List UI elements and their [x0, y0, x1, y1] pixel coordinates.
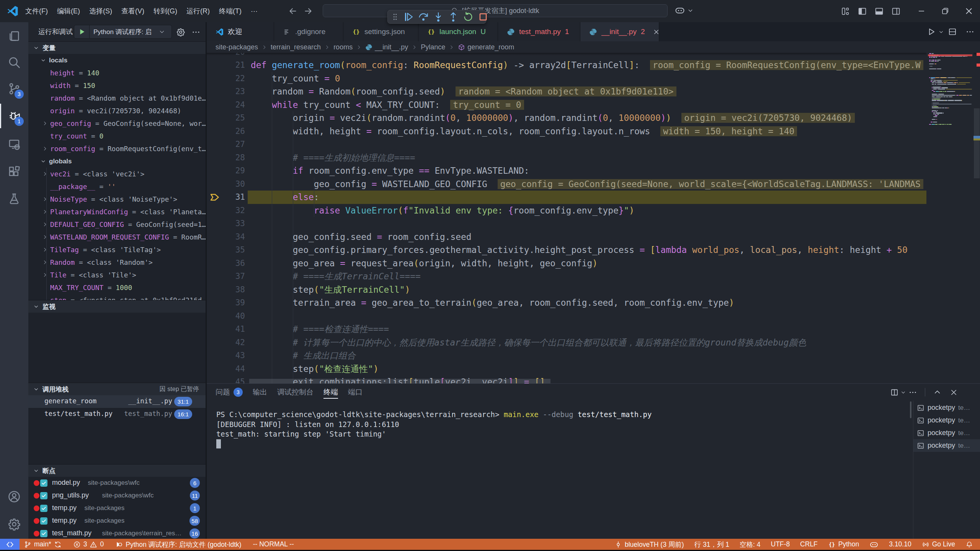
code-line-37[interactable]: 37 # ====生成TerrainCell==== — [207, 270, 926, 283]
checkbox-checked-icon[interactable] — [40, 492, 47, 499]
section-header-breakpoints[interactable]: 断点 — [28, 464, 206, 477]
variable-row[interactable]: TileTag = <class 'TileTag'> — [28, 243, 206, 256]
command-center[interactable]: [扩展开发宿主] godot-ldtk — [323, 4, 668, 17]
tab-test_math.py[interactable]: test_math.py1 — [498, 22, 580, 41]
toggle-secondary-sidebar-icon[interactable] — [891, 7, 901, 16]
status-go-live[interactable]: Go Live — [922, 540, 955, 548]
variable-row[interactable]: MAX_TRY_COUNT = 1000 — [28, 281, 206, 294]
maximize-panel-icon[interactable] — [933, 388, 942, 397]
breadcrumb-item-terrain_research[interactable]: terrain_research — [271, 43, 321, 51]
variable-group-globals[interactable]: globals — [28, 155, 206, 168]
close-icon[interactable] — [949, 388, 958, 397]
breadcrumb-item-Pylance[interactable]: Pylance — [421, 43, 445, 51]
variable-row[interactable]: Random = <class 'Random'> — [28, 256, 206, 269]
checkbox-checked-icon[interactable] — [40, 505, 47, 512]
code-line-36[interactable]: 36 geo_area = request_area(origin, width… — [207, 257, 926, 270]
tab-__init__.py[interactable]: __init__.py2 — [580, 22, 659, 41]
breakpoint-row[interactable]: temp.pysite-packages1 — [28, 502, 206, 515]
ellipsis-icon[interactable] — [191, 28, 201, 37]
variable-row[interactable]: room_config = RoomRequestConfig(env_t… — [28, 142, 206, 155]
code-line-29[interactable]: 29 if room_config.env_type == EnvType.WA… — [207, 164, 926, 178]
status-indentation[interactable]: 空格: 4 — [740, 540, 760, 549]
variable-row[interactable]: origin = vec2i(7205730, 9024468) — [28, 104, 206, 117]
menu-item-5[interactable]: 运行(R) — [182, 3, 214, 19]
status-vim-mode[interactable]: -- NORMAL -- — [253, 540, 294, 548]
status-encoding[interactable]: UTF-8 — [771, 540, 790, 548]
menu-item-3[interactable]: 查看(V) — [117, 3, 149, 19]
remote-indicator[interactable] — [0, 539, 20, 550]
variable-row[interactable]: random = <Random object at 0x1bf9d01e… — [28, 92, 206, 104]
variable-group-locals[interactable]: locals — [28, 54, 206, 67]
breadcrumb-item-generate_room[interactable]: generate_room — [458, 43, 514, 51]
minimize-icon[interactable] — [910, 0, 933, 22]
activity-item-search[interactable] — [0, 49, 28, 75]
status-git-blame[interactable]: blueloveTH (3 周前) — [614, 540, 684, 549]
status-problems[interactable]: 30 — [73, 540, 104, 548]
breakpoint-row[interactable]: test_math.pysite-packages\terrain_res…16 — [28, 527, 206, 539]
breakpoint-row[interactable]: model.pysite-packages\wfc6 — [28, 477, 206, 489]
more-actions-button[interactable] — [965, 27, 975, 36]
tab-.gdignore[interactable]: .gdignore — [274, 22, 343, 41]
status-language-mode[interactable]: {}Python — [828, 540, 859, 548]
run-button[interactable] — [927, 27, 936, 36]
stack-frame[interactable]: test/test_math.pytest_math.py16:1 — [28, 408, 206, 421]
variable-row[interactable]: geo_config = GeoConfig(seed=None, wor… — [28, 117, 206, 130]
activity-item-source-control[interactable]: 3 — [0, 76, 28, 102]
nav-forward-icon[interactable] — [303, 6, 313, 16]
code-line-24[interactable]: 24 while try_count < MAX_TRY_COUNT:try_c… — [207, 98, 926, 112]
code-line-34[interactable]: 34 geo_config.seed = room_config.seed — [207, 230, 926, 244]
debug-stop-icon[interactable] — [477, 11, 489, 23]
copilot-button[interactable] — [675, 5, 694, 16]
checkbox-checked-icon[interactable] — [40, 479, 47, 487]
menu-item-1[interactable]: 编辑(E) — [52, 3, 85, 19]
gear-icon[interactable] — [176, 28, 185, 37]
section-header-watch[interactable]: 监视 — [28, 300, 206, 313]
breakpoint-row[interactable]: png_utils.pysite-packages\wfc11 — [28, 489, 206, 502]
terminal-list-item[interactable]: pocketpyte… — [913, 427, 980, 439]
checkbox-checked-icon[interactable] — [40, 517, 47, 525]
code-line-28[interactable]: 28 # ====生成初始地理信息==== — [207, 151, 926, 165]
variable-row[interactable]: Tile = <class 'Tile'> — [28, 269, 206, 281]
activity-item-remote-explorer[interactable] — [0, 131, 28, 157]
terminal-output[interactable]: PS C:\computer_science\godot-ldtk\site-p… — [216, 410, 652, 449]
activity-item-extensions[interactable] — [0, 159, 28, 185]
code-line-31[interactable]: 31 else: — [207, 191, 926, 204]
tab-settings.json[interactable]: {}settings.json — [343, 22, 418, 41]
breadcrumb-item-__init__.py[interactable]: __init__.py — [365, 43, 408, 51]
customize-layout-icon[interactable] — [841, 7, 850, 16]
status-branch[interactable]: main* — [24, 540, 62, 548]
menu-item-0[interactable]: 文件(F) — [21, 3, 52, 19]
variable-row[interactable]: PlanetaryWindConfig = <class 'Planeta… — [28, 205, 206, 218]
toggle-panel-icon[interactable] — [874, 7, 884, 16]
editor-horizontal-scrollbar[interactable] — [207, 379, 973, 383]
debug-launch-picker[interactable]: Python 调试程序: 启 — [74, 25, 172, 39]
code-line-44[interactable]: 44 step("检查连通性") — [207, 362, 926, 376]
variable-row[interactable]: height = 140 — [28, 67, 206, 79]
tab-launch.json[interactable]: {}launch.jsonU — [418, 22, 498, 41]
variable-row[interactable]: try_count = 0 — [28, 130, 206, 142]
debug-restart-icon[interactable] — [462, 11, 474, 23]
activity-item-explorer[interactable] — [0, 22, 28, 48]
code-line-23[interactable]: 23 random = Random(room_config.seed)rand… — [207, 85, 926, 98]
activity-item-accounts[interactable] — [0, 484, 28, 510]
variable-row[interactable]: DEFAULT_GEO_CONFIG = GeoConfig(seed=1… — [28, 218, 206, 231]
section-header-call-stack[interactable]: 调用堆栈因 step 已暂停 — [28, 383, 206, 395]
activity-item-run-and-debug[interactable]: 1 — [0, 103, 28, 129]
status-debug-status[interactable]: Python 调试程序: 启动文件 (godot-ldtk) — [115, 540, 241, 549]
debug-step-over-icon[interactable] — [418, 11, 429, 23]
terminal-list-item[interactable]: pocketpyte… — [913, 401, 980, 414]
menu-item-4[interactable]: 转到(G) — [149, 3, 182, 19]
panel-tab-调试控制台[interactable]: 调试控制台 — [277, 384, 314, 401]
variable-row[interactable]: vec2i = <class 'vec2i'> — [28, 168, 206, 180]
menu-item-2[interactable]: 选择(S) — [85, 3, 117, 19]
close-icon[interactable] — [653, 28, 660, 36]
code-line-25[interactable]: 25 origin = vec2i(random.randint(0, 1000… — [207, 111, 926, 125]
code-line-35[interactable]: 35 geo_config.primary_forces.geothermal_… — [207, 243, 926, 257]
ellipsis-icon[interactable] — [908, 388, 917, 397]
toggle-sidebar-icon[interactable] — [858, 7, 867, 16]
code-line-21[interactable]: 21def generate_room(room_config: RoomReq… — [207, 59, 926, 72]
code-line-41[interactable]: 41 # ====检查连通性==== — [207, 323, 926, 336]
variable-row[interactable]: width = 150 — [28, 79, 206, 92]
status-cursor-position[interactable]: 行 31，列 1 — [694, 540, 729, 549]
code-editor[interactable]: 2021def generate_room(room_config: RoomR… — [207, 53, 980, 383]
